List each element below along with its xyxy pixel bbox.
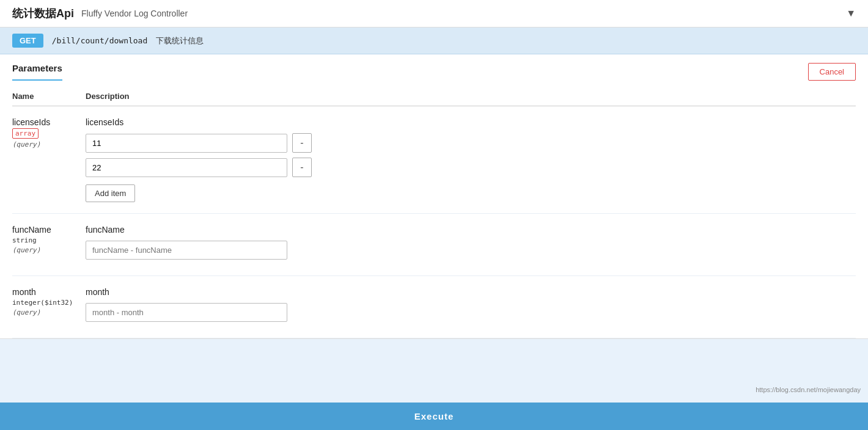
parameters-header: Parameters Cancel (12, 54, 856, 81)
app-title: 统计数据Api (12, 6, 74, 21)
watermark: https://blog.csdn.net/mojiewangday (756, 386, 861, 393)
execute-button[interactable]: Execute (0, 411, 868, 421)
param-name-month: month (12, 287, 36, 297)
param-row-funcname: funcName string (query) funcName (12, 214, 856, 276)
remove-licenseids-2-button[interactable]: - (292, 158, 312, 177)
param-name-licenseids: licenseIds (12, 117, 50, 127)
main-content: Parameters Cancel Name Description licen… (0, 54, 868, 409)
endpoint-description: 下载统计信息 (156, 35, 204, 46)
funcname-input[interactable] (86, 241, 287, 260)
param-type-funcname: string (12, 236, 86, 244)
param-label-licenseids: licenseIds (86, 117, 856, 127)
month-input[interactable] (86, 303, 287, 322)
header: 统计数据Api Fluffy Vendor Log Controller ▼ (0, 0, 868, 27)
execute-bar: Execute (0, 403, 868, 430)
method-badge: GET (12, 34, 43, 48)
add-item-button[interactable]: Add item (86, 184, 135, 202)
param-location-month: (query) (12, 308, 40, 316)
param-name-col-month: month integer($int32) (query) (12, 287, 86, 316)
param-row-licenseids: licenseIds array (query) licenseIds - - … (12, 106, 856, 214)
get-bar: GET /bill/count/download 下载统计信息 (0, 27, 868, 54)
licenseids-input-1[interactable] (86, 134, 287, 153)
param-label-funcname: funcName (86, 225, 856, 235)
remove-licenseids-1-button[interactable]: - (292, 133, 312, 153)
param-label-month: month (86, 287, 856, 297)
param-name-col-funcname: funcName string (query) (12, 225, 86, 254)
month-input-row (86, 303, 856, 322)
licenseids-item-2-row: - (86, 158, 856, 177)
param-type-month: integer($int32) (12, 299, 86, 307)
parameters-title: Parameters (12, 63, 62, 81)
col-header-name: Name (12, 92, 86, 101)
param-desc-col-funcname: funcName (86, 225, 856, 264)
param-location-funcname: (query) (12, 246, 40, 254)
endpoint-path: /bill/count/download (52, 36, 148, 45)
param-name-col-licenseids: licenseIds array (query) (12, 117, 86, 148)
param-row-month: month integer($int32) (query) month (12, 276, 856, 338)
header-left: 统计数据Api Fluffy Vendor Log Controller (12, 6, 188, 21)
licenseids-input-2[interactable] (86, 158, 287, 177)
param-location-licenseids: (query) (12, 140, 40, 148)
params-table: Name Description licenseIds array (query… (12, 81, 856, 338)
param-type-badge-licenseids: array (12, 128, 39, 139)
licenseids-item-1-row: - (86, 133, 856, 153)
funcname-input-row (86, 241, 856, 260)
param-name-funcname: funcName (12, 225, 51, 235)
cancel-button[interactable]: Cancel (808, 63, 856, 81)
chevron-down-icon[interactable]: ▼ (846, 8, 856, 19)
app-subtitle: Fluffy Vendor Log Controller (81, 9, 188, 18)
col-header-description: Description (86, 92, 130, 101)
parameters-section: Parameters Cancel Name Description licen… (0, 54, 868, 339)
column-headers: Name Description (12, 87, 856, 106)
param-desc-col-licenseids: licenseIds - - Add item (86, 117, 856, 202)
param-desc-col-month: month (86, 287, 856, 327)
